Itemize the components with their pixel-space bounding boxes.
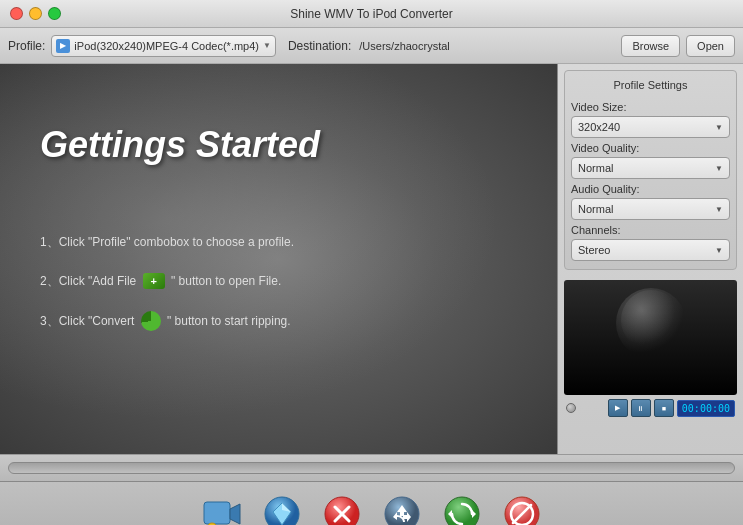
audio-quality-label: Audio Quality:: [571, 183, 730, 195]
instruction-2-text: 2、Click "Add File + " button to open Fil…: [40, 273, 281, 290]
title-bar: Shine WMV To iPod Converter: [0, 0, 743, 28]
video-size-select[interactable]: 320x240 ▼: [571, 116, 730, 138]
stop-button[interactable]: ■: [654, 399, 674, 417]
profile-value: iPod(320x240)MPEG-4 Codec(*.mp4): [74, 40, 259, 52]
audio-quality-arrow-icon: ▼: [715, 205, 723, 214]
time-display: 00:00:00: [677, 400, 735, 417]
getting-started-title: Gettings Started: [40, 124, 320, 166]
add-video-button[interactable]: +: [200, 492, 244, 526]
browse-button[interactable]: Browse: [621, 35, 680, 57]
video-size-value: 320x240: [578, 121, 620, 133]
clear-button[interactable]: [380, 492, 424, 526]
playback-bar: ▶ ⏸ ■ 00:00:00: [564, 399, 737, 417]
volume-knob[interactable]: [566, 403, 576, 413]
minimize-button[interactable]: [29, 7, 42, 20]
stop-all-button[interactable]: [500, 492, 544, 526]
instruction-3-text: 3、Click "Convert " button to start rippi…: [40, 312, 291, 332]
toolbar: Profile: ▶ iPod(320x240)MPEG-4 Codec(*.m…: [0, 28, 743, 64]
open-button[interactable]: Open: [686, 35, 735, 57]
settings-panel: Profile Settings Video Size: 320x240 ▼ V…: [558, 64, 743, 454]
video-quality-arrow-icon: ▼: [715, 164, 723, 173]
audio-quality-value: Normal: [578, 203, 613, 215]
channels-label: Channels:: [571, 224, 730, 236]
window-title: Shine WMV To iPod Converter: [290, 7, 453, 21]
svg-marker-1: [230, 504, 240, 524]
chevron-down-icon: ▼: [263, 41, 271, 50]
window-controls[interactable]: [10, 7, 61, 20]
convert-button[interactable]: [440, 492, 484, 526]
channels-select[interactable]: Stereo ▼: [571, 239, 730, 261]
profile-select[interactable]: ▶ iPod(320x240)MPEG-4 Codec(*.mp4) ▼: [51, 35, 276, 57]
video-preview: [564, 280, 737, 395]
destination-label: Destination:: [288, 39, 351, 53]
bottom-toolbar: +: [0, 482, 743, 525]
svg-rect-0: [204, 502, 230, 524]
audio-quality-select[interactable]: Normal ▼: [571, 198, 730, 220]
main-area: Gettings Started 1、Click "Profile" combo…: [0, 64, 743, 454]
video-quality-select[interactable]: Normal ▼: [571, 157, 730, 179]
svg-point-7: [325, 497, 359, 526]
video-quality-value: Normal: [578, 162, 613, 174]
instruction-3: 3、Click "Convert " button to start rippi…: [40, 312, 294, 332]
settings-title: Profile Settings: [571, 77, 730, 93]
instruction-1: 1、Click "Profile" combobox to choose a p…: [40, 234, 294, 251]
add-subtitle-button[interactable]: [260, 492, 304, 526]
video-preview-wrapper: ▶ ⏸ ■ 00:00:00: [564, 274, 737, 417]
close-button[interactable]: [10, 7, 23, 20]
progress-bar: [8, 462, 735, 474]
channels-value: Stereo: [578, 244, 610, 256]
instruction-2: 2、Click "Add File + " button to open Fil…: [40, 273, 294, 290]
instructions: 1、Click "Profile" combobox to choose a p…: [40, 234, 294, 332]
maximize-button[interactable]: [48, 7, 61, 20]
preview-panel: Gettings Started 1、Click "Profile" combo…: [0, 64, 558, 454]
destination-path: /Users/zhaocrystal: [359, 40, 449, 52]
channels-arrow-icon: ▼: [715, 246, 723, 255]
instruction-1-text: 1、Click "Profile" combobox to choose a p…: [40, 234, 294, 251]
delete-button[interactable]: [320, 492, 364, 526]
video-quality-label: Video Quality:: [571, 142, 730, 154]
profile-settings-section: Profile Settings Video Size: 320x240 ▼ V…: [564, 70, 737, 270]
profile-icon: ▶: [56, 39, 70, 53]
progress-area: [0, 454, 743, 482]
svg-point-11: [445, 497, 479, 526]
video-size-label: Video Size:: [571, 101, 730, 113]
pause-button[interactable]: ⏸: [631, 399, 651, 417]
profile-label: Profile:: [8, 39, 45, 53]
play-button[interactable]: ▶: [608, 399, 628, 417]
video-size-arrow-icon: ▼: [715, 123, 723, 132]
